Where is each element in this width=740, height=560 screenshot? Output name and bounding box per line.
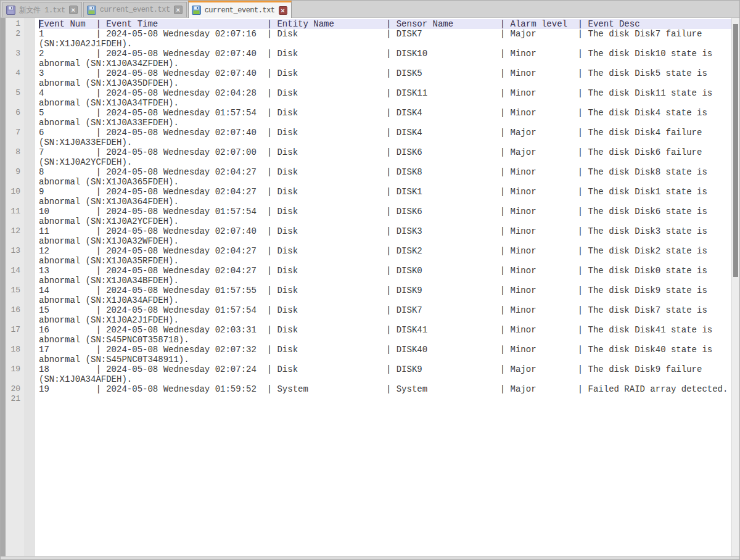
editor-line: 1817 | 2024-05-08 Wednesday 02:07:32 | D… — [1, 345, 739, 364]
line-number: 20 — [6, 384, 20, 394]
line-number: 4 — [6, 68, 20, 78]
vertical-scrollbar[interactable] — [731, 18, 739, 556]
text-content: 1Event Num | Event Time | Entity Name | … — [1, 18, 739, 404]
line-text[interactable]: 15 | 2024-05-08 Wednesday 01:57:54 | Dis… — [39, 305, 733, 325]
line-number: 1 — [6, 19, 20, 29]
tab-2[interactable]: current_event.txt× — [83, 2, 187, 17]
editor-line: 1918 | 2024-05-08 Wednesday 02:07:24 | D… — [1, 364, 739, 384]
line-text[interactable]: 13 | 2024-05-08 Wednesday 02:04:27 | Dis… — [39, 266, 733, 286]
line-number: 9 — [6, 167, 20, 177]
line-number: 21 — [6, 394, 20, 404]
editor-line: 87 | 2024-05-08 Wednesday 02:07:00 | Dis… — [1, 147, 739, 167]
line-text[interactable]: 14 | 2024-05-08 Wednesday 01:57:55 | Dis… — [39, 286, 733, 305]
editor-area[interactable]: 1Event Num | Event Time | Entity Name | … — [1, 18, 739, 556]
line-text[interactable]: 9 | 2024-05-08 Wednesday 02:04:27 | Disk… — [39, 187, 733, 207]
line-text[interactable]: 18 | 2024-05-08 Wednesday 02:07:24 | Dis… — [39, 364, 733, 384]
line-text[interactable]: 4 | 2024-05-08 Wednesday 02:04:28 | Disk… — [39, 88, 733, 108]
close-tab-icon[interactable]: × — [279, 6, 287, 15]
line-text[interactable]: 5 | 2024-05-08 Wednesday 01:57:54 | Disk… — [39, 108, 733, 128]
line-text[interactable] — [39, 394, 733, 404]
editor-line: 2019 | 2024-05-08 Wednesday 01:59:52 | S… — [1, 384, 739, 394]
editor-line: 1716 | 2024-05-08 Wednesday 02:03:31 | D… — [1, 325, 739, 345]
floppy-disk-purple-icon — [6, 6, 15, 15]
line-number: 19 — [6, 364, 20, 374]
line-text[interactable]: 6 | 2024-05-08 Wednesday 02:07:40 | Disk… — [39, 128, 733, 147]
line-number: 17 — [6, 325, 20, 335]
line-text[interactable]: 11 | 2024-05-08 Wednesday 02:07:40 | Dis… — [39, 226, 733, 246]
line-text[interactable]: 2 | 2024-05-08 Wednesday 02:07:40 | Disk… — [39, 49, 733, 68]
editor-line: 1Event Num | Event Time | Entity Name | … — [1, 19, 739, 29]
floppy-disk-saved-icon — [192, 6, 201, 15]
line-text[interactable]: 10 | 2024-05-08 Wednesday 01:57:54 | Dis… — [39, 207, 733, 226]
line-number: 12 — [6, 226, 20, 236]
line-text[interactable]: 3 | 2024-05-08 Wednesday 02:07:40 | Disk… — [39, 68, 733, 88]
window-bottom-edge — [1, 556, 739, 559]
editor-line: 65 | 2024-05-08 Wednesday 01:57:54 | Dis… — [1, 108, 739, 128]
line-text[interactable]: 17 | 2024-05-08 Wednesday 02:07:32 | Dis… — [39, 345, 733, 364]
close-tab-icon[interactable]: × — [174, 6, 183, 14]
editor-line: 1211 | 2024-05-08 Wednesday 02:07:40 | D… — [1, 226, 739, 246]
line-text[interactable]: 16 | 2024-05-08 Wednesday 02:03:31 | Dis… — [39, 325, 733, 345]
line-text[interactable]: 12 | 2024-05-08 Wednesday 02:04:27 | Dis… — [39, 246, 733, 266]
tab-label: 新文件 1.txt — [19, 5, 65, 15]
floppy-disk-saved-icon — [87, 6, 96, 15]
editor-line: 32 | 2024-05-08 Wednesday 02:07:40 | Dis… — [1, 49, 739, 68]
tab-3-active[interactable]: current_event.txt× — [188, 1, 292, 18]
scrollbar-thumb[interactable] — [733, 24, 738, 277]
current-line-text[interactable]: Event Num | Event Time | Entity Name | S… — [39, 19, 733, 29]
line-text[interactable]: 19 | 2024-05-08 Wednesday 01:59:52 | Sys… — [39, 384, 733, 394]
line-text[interactable]: 7 | 2024-05-08 Wednesday 02:07:00 | Disk… — [39, 147, 733, 167]
line-text[interactable]: 8 | 2024-05-08 Wednesday 02:04:27 | Disk… — [39, 167, 733, 187]
editor-line: 54 | 2024-05-08 Wednesday 02:04:28 | Dis… — [1, 88, 739, 108]
tab-label: current_event.txt — [100, 6, 170, 14]
line-number: 7 — [6, 128, 20, 138]
editor-line: 98 | 2024-05-08 Wednesday 02:04:27 | Dis… — [1, 167, 739, 187]
editor-window: 新文件 1.txt×current_event.txt×current_even… — [0, 0, 740, 560]
editor-line: 1312 | 2024-05-08 Wednesday 02:04:27 | D… — [1, 246, 739, 266]
line-number: 6 — [6, 108, 20, 118]
editor-line: 1110 | 2024-05-08 Wednesday 01:57:54 | D… — [1, 207, 739, 226]
line-number: 3 — [6, 49, 20, 59]
tab-bar: 新文件 1.txt×current_event.txt×current_even… — [1, 1, 739, 18]
line-number: 16 — [6, 305, 20, 315]
line-number: 8 — [6, 147, 20, 157]
editor-line: 76 | 2024-05-08 Wednesday 02:07:40 | Dis… — [1, 128, 739, 147]
editor-line: 21 | 2024-05-08 Wednesday 02:07:16 | Dis… — [1, 29, 739, 49]
line-number: 5 — [6, 88, 20, 98]
line-number: 14 — [6, 266, 20, 276]
line-number: 13 — [6, 246, 20, 256]
editor-line: 21 — [1, 394, 739, 404]
editor-line: 109 | 2024-05-08 Wednesday 02:04:27 | Di… — [1, 187, 739, 207]
editor-line: 1413 | 2024-05-08 Wednesday 02:04:27 | D… — [1, 266, 739, 286]
tab-1[interactable]: 新文件 1.txt× — [2, 2, 82, 17]
tab-label: current_event.txt — [205, 6, 275, 15]
line-number: 10 — [6, 187, 20, 197]
line-number: 2 — [6, 29, 20, 39]
line-text[interactable]: 1 | 2024-05-08 Wednesday 02:07:16 | Disk… — [39, 29, 733, 49]
editor-line: 1615 | 2024-05-08 Wednesday 01:57:54 | D… — [1, 305, 739, 325]
line-number: 15 — [6, 286, 20, 295]
line-number: 11 — [6, 207, 20, 216]
line-number: 18 — [6, 345, 20, 355]
editor-line: 43 | 2024-05-08 Wednesday 02:07:40 | Dis… — [1, 68, 739, 88]
close-tab-icon[interactable]: × — [69, 6, 78, 14]
editor-line: 1514 | 2024-05-08 Wednesday 01:57:55 | D… — [1, 286, 739, 305]
text-caret — [39, 20, 40, 28]
